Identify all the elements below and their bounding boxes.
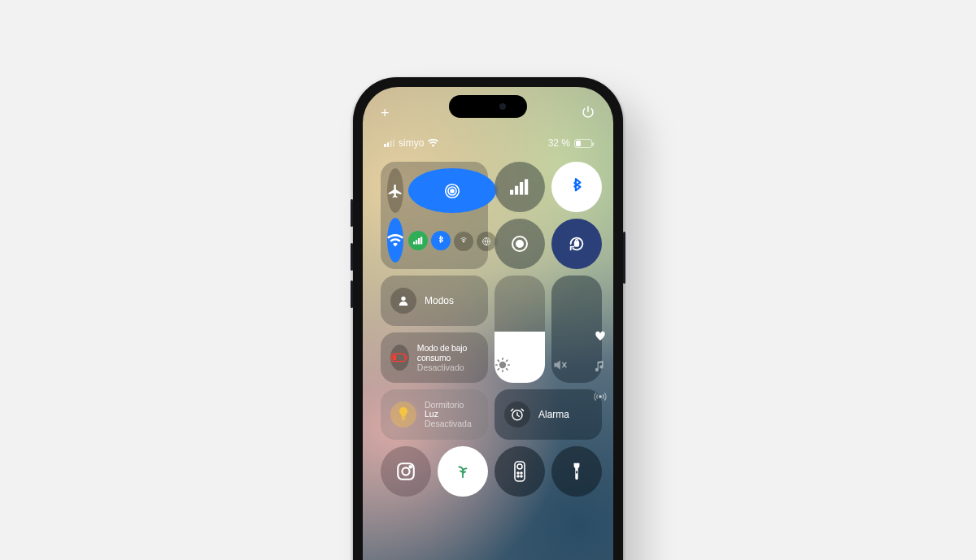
alarm-clock-icon [504,402,530,428]
svg-rect-12 [525,179,528,194]
apple-tv-remote[interactable] [495,446,545,497]
connectivity-extras[interactable] [408,218,496,263]
svg-point-33 [517,475,519,477]
battery-low-icon [390,345,409,371]
svg-rect-11 [520,182,523,195]
svg-point-36 [599,396,602,398]
svg-point-14 [516,241,523,247]
person-icon [390,288,416,314]
signal-strength-icon [384,139,394,147]
alarm-label: Alarma [538,409,569,420]
connectivity-group[interactable] [381,162,488,269]
rotation-lock-toggle[interactable] [551,219,602,269]
svg-rect-5 [418,238,420,245]
controls-grid: Modos [381,162,595,497]
battery-percent-label: 32 % [548,137,570,149]
vpn-mini-icon [477,232,496,251]
svg-rect-3 [413,241,415,244]
wifi-toggle[interactable] [387,218,403,263]
svg-rect-21 [394,355,397,360]
screen-record-button[interactable] [495,219,545,269]
cellular-mini-icon [408,231,428,250]
brightness-slider[interactable] [495,276,545,383]
instagram-shortcut[interactable] [381,446,431,497]
svg-point-31 [517,472,519,474]
home-light-state: Desactivada [425,419,472,429]
heart-icon [595,331,606,341]
flashlight-button[interactable] [551,446,602,497]
focus-modes-label: Modos [425,295,454,306]
top-controls: + [363,103,613,123]
svg-point-28 [409,466,412,468]
wifi-status-icon [428,139,438,147]
low-power-title: Modo de bajo consumo [417,343,478,362]
iphone-frame: + simyo 32 % [353,77,623,560]
svg-point-34 [521,475,522,477]
add-control-button[interactable]: + [381,105,390,122]
music-note-icon [595,360,605,371]
airplane-mode-toggle[interactable] [387,168,403,213]
svg-rect-10 [515,186,518,195]
svg-rect-23 [402,417,406,419]
alarm-button[interactable]: Alarma [495,389,602,440]
bluetooth-mini-icon [431,231,451,250]
svg-point-7 [463,241,464,242]
status-bar: simyo 32 % [363,137,613,152]
svg-rect-24 [402,419,404,421]
low-power-mode-button[interactable]: Modo de bajo consumo Desactivado [381,332,488,383]
power-button[interactable] [581,105,595,119]
focus-modes-button[interactable]: Modos [381,276,488,326]
svg-rect-15 [575,241,579,246]
svg-rect-35 [576,471,577,473]
home-light-button[interactable]: Dormitorio Luz Desactivada [381,389,488,440]
svg-rect-6 [420,237,422,244]
bluetooth-toggle[interactable] [551,162,602,212]
sun-icon [495,357,545,373]
lightbulb-icon [390,402,416,428]
eco-shortcut[interactable] [438,446,488,497]
control-center-screen: + simyo 32 % [363,87,613,560]
svg-point-32 [521,472,522,474]
svg-rect-4 [416,240,417,244]
page-indicator[interactable] [594,331,607,402]
svg-point-17 [500,362,506,368]
svg-point-16 [401,297,405,301]
svg-point-27 [402,467,409,475]
svg-point-30 [517,464,522,469]
svg-rect-9 [510,190,513,195]
battery-icon [574,139,592,148]
carrier-label: simyo [399,137,424,149]
low-power-state: Desactivado [417,362,478,372]
svg-rect-22 [406,356,407,360]
airdrop-toggle[interactable] [408,168,496,213]
cellular-data-toggle[interactable] [495,162,545,212]
hotspot-mini-icon [454,232,473,251]
broadcast-icon [594,391,607,402]
svg-point-0 [451,189,454,192]
